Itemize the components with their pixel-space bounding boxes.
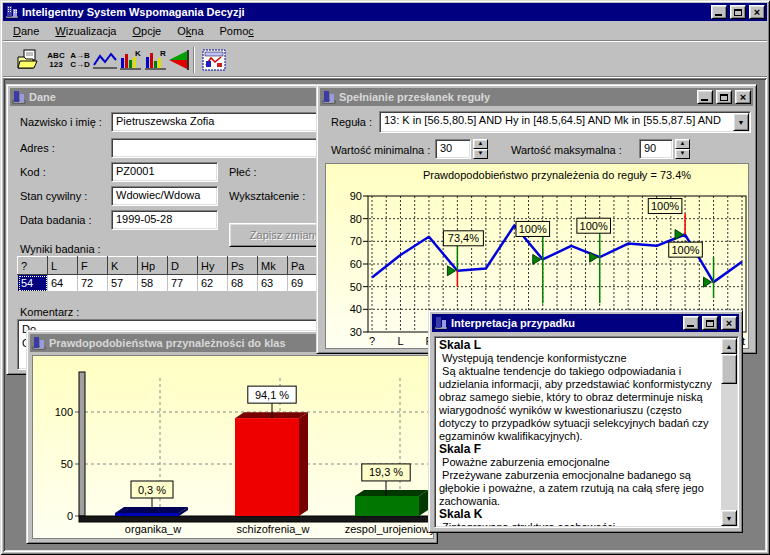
- rule-close-icon: ×: [740, 92, 746, 102]
- results-cell[interactable]: 58: [138, 275, 168, 292]
- interp-minimize-button[interactable]: [683, 316, 699, 330]
- min-value-spinner[interactable]: ▲ ▼: [473, 139, 488, 159]
- min-value-field[interactable]: 30: [435, 139, 471, 159]
- min-spin-down-icon[interactable]: ▼: [473, 149, 488, 159]
- results-cell[interactable]: 57: [108, 275, 138, 292]
- line-chart-icon[interactable]: [92, 47, 118, 73]
- x-tick-label: ?: [369, 335, 375, 347]
- interp-titlebar[interactable]: Interpretacja przypadku ×: [432, 314, 739, 332]
- max-spin-down-icon[interactable]: ▼: [675, 149, 690, 159]
- bar-chart-k-glyph: K: [119, 48, 143, 72]
- results-cell[interactable]: 77: [168, 275, 198, 292]
- results-column-header[interactable]: ?: [18, 257, 48, 275]
- results-table: ?LFKHpDHyPsMkPa 54647257587762686369: [17, 256, 318, 292]
- results-column-header[interactable]: D: [168, 257, 198, 275]
- scroll-up-icon[interactable]: ▲: [721, 338, 737, 354]
- rule-window-title: Spełnianie przesłanek reguły: [339, 91, 694, 103]
- rule-label: Reguła :: [331, 116, 372, 128]
- class-chart-svg: 0501000,3 %94,1 %19,3 %organika_wschizof…: [33, 356, 434, 539]
- y-tick-label: 90: [350, 190, 362, 202]
- results-cell[interactable]: 68: [228, 275, 258, 292]
- rule-close-button[interactable]: ×: [735, 90, 751, 104]
- annotation-label: 100%: [580, 220, 608, 232]
- results-column-header[interactable]: Ps: [228, 257, 258, 275]
- rule-annotation: 100%: [516, 221, 550, 303]
- menu-pomoc[interactable]: Pomoc: [212, 23, 262, 39]
- menu-dane[interactable]: Dane: [5, 23, 47, 39]
- app-icon: [5, 5, 19, 19]
- open-file-glyph: [16, 49, 40, 71]
- date-field[interactable]: 1999-05-28: [111, 210, 218, 230]
- y-tick-label: 0: [67, 510, 73, 522]
- interp-window-title: Interpretacja przypadku: [451, 317, 680, 329]
- text-abc-123-icon[interactable]: ABC 123: [43, 47, 69, 73]
- y-tick-label: 100: [55, 406, 73, 418]
- results-column-header[interactable]: Mk: [258, 257, 288, 275]
- interp-maximize-button[interactable]: [702, 316, 718, 330]
- results-label: Wyniki badania :: [20, 243, 101, 255]
- max-value-spinner[interactable]: ▲ ▼: [675, 139, 690, 159]
- maximize-button[interactable]: [730, 5, 746, 19]
- results-column-header[interactable]: L: [48, 257, 78, 275]
- interp-text-area[interactable]: Skala L Występują tendencje konformistyc…: [434, 336, 739, 528]
- rule-minimize-button[interactable]: [697, 90, 713, 104]
- open-file-icon[interactable]: [15, 47, 41, 73]
- results-column-header[interactable]: Pa: [288, 257, 318, 275]
- interp-close-button[interactable]: ×: [721, 316, 737, 330]
- results-cell[interactable]: 54: [18, 275, 48, 292]
- results-cell[interactable]: 72: [78, 275, 108, 292]
- line-chart-glyph: [92, 49, 118, 71]
- min-value-label: Wartość minimalna :: [331, 144, 430, 156]
- y-tick-label: 50: [61, 458, 73, 470]
- rule-maximize-icon: [720, 94, 728, 101]
- interp-text: Skala L Występują tendencje konformistyc…: [437, 338, 720, 526]
- bar-chart-k-icon[interactable]: K: [118, 47, 144, 73]
- min-spin-up-icon[interactable]: ▲: [473, 139, 488, 149]
- rule-window-icon: [322, 90, 336, 104]
- distribution-icon[interactable]: [166, 47, 192, 73]
- rule-annotation: 100%: [577, 218, 611, 303]
- combo-dropdown-arrow-icon[interactable]: ▼: [733, 113, 749, 131]
- results-cell[interactable]: 64: [48, 275, 78, 292]
- results-column-header[interactable]: F: [78, 257, 108, 275]
- max-value-field[interactable]: 90: [639, 139, 673, 159]
- main-titlebar[interactable]: Inteligentny System Wspomagania Decyzji …: [3, 3, 767, 21]
- interp-window: Interpretacja przypadku × Skala L Występ…: [428, 310, 743, 533]
- menu-bar: Dane Wizualizacja Opcje Okna Pomoc: [3, 21, 767, 40]
- bar-value-label: 94,1 %: [255, 389, 289, 401]
- results-cell[interactable]: 69: [288, 275, 318, 292]
- results-column-header[interactable]: Hy: [198, 257, 228, 275]
- code-field[interactable]: PZ0001: [111, 162, 218, 182]
- scroll-thumb[interactable]: [721, 354, 737, 384]
- rule-combobox[interactable]: 13: K in [56.5,80.5] AND Hy in [48.5,64.…: [379, 111, 751, 133]
- education-label: Wykształcenie :: [229, 190, 305, 202]
- report-icon[interactable]: [201, 47, 227, 73]
- report-glyph: [202, 49, 226, 71]
- minimize-button[interactable]: [711, 5, 727, 19]
- mapping-ab-cd-icon[interactable]: A→B C→D: [67, 47, 93, 73]
- close-icon: ×: [754, 7, 760, 17]
- axis-wall: [79, 372, 85, 516]
- bar-value-label: 19,3 %: [369, 466, 403, 478]
- menu-wizualizacja[interactable]: Wizualizacja: [47, 23, 124, 39]
- results-cell[interactable]: 62: [198, 275, 228, 292]
- menu-okna[interactable]: Okna: [169, 23, 211, 39]
- menu-opcje[interactable]: Opcje: [124, 23, 169, 39]
- results-column-header[interactable]: K: [108, 257, 138, 275]
- toolbar-separator: [193, 47, 195, 73]
- results-column-header[interactable]: Hp: [138, 257, 168, 275]
- close-button[interactable]: ×: [749, 5, 765, 19]
- bar-organika_w: 0,3 %: [115, 481, 188, 516]
- annotation-label: 100%: [519, 223, 547, 235]
- scroll-down-icon[interactable]: ▼: [721, 510, 737, 526]
- interp-scrollbar[interactable]: ▲ ▼: [721, 338, 737, 526]
- max-spin-up-icon[interactable]: ▲: [675, 139, 690, 149]
- y-tick-label: 60: [350, 258, 362, 270]
- annotation-label: 100%: [651, 200, 679, 212]
- marital-field[interactable]: Wdowiec/Wdowa: [111, 186, 218, 206]
- rule-combobox-value: 13: K in [56.5,80.5] AND Hy in [48.5,64.…: [384, 114, 721, 126]
- rule-maximize-button[interactable]: [716, 90, 732, 104]
- rule-titlebar[interactable]: Spełnianie przesłanek reguły ×: [320, 88, 753, 106]
- results-cell[interactable]: 63: [258, 275, 288, 292]
- distribution-glyph: [167, 49, 191, 71]
